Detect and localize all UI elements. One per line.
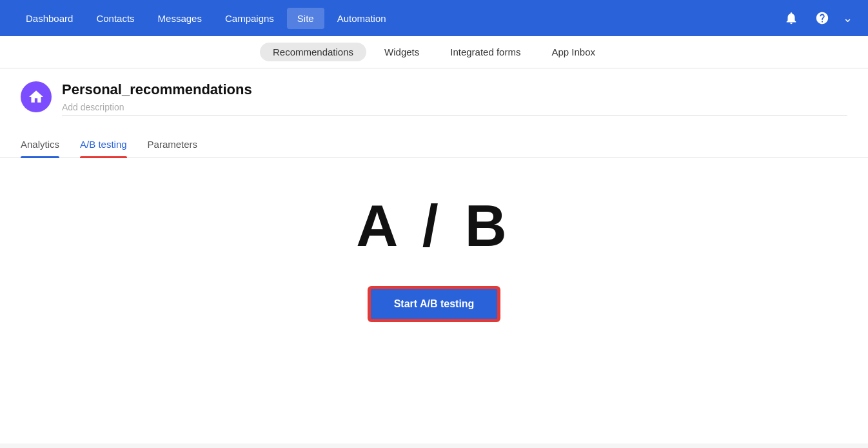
bell-icon	[784, 11, 798, 25]
nav-messages[interactable]: Messages	[148, 8, 212, 29]
sub-nav-recommendations[interactable]: Recommendations	[260, 43, 366, 61]
ab-logo: A / B	[356, 197, 512, 255]
bell-button[interactable]	[781, 8, 802, 28]
site-description[interactable]: Add description	[62, 102, 847, 116]
tab-ab-testing[interactable]: A/B testing	[80, 131, 127, 158]
tab-analytics[interactable]: Analytics	[21, 131, 59, 158]
tabs-bar: Analytics A/B testing Parameters	[0, 131, 868, 158]
top-nav: Dashboard Contacts Messages Campaigns Si…	[0, 0, 868, 36]
help-button[interactable]	[812, 8, 833, 28]
sub-nav-app-inbox[interactable]: App Inbox	[538, 43, 608, 61]
site-header: Personal_recommendations Add description	[0, 68, 868, 116]
nav-campaigns[interactable]: Campaigns	[215, 8, 284, 29]
home-icon	[28, 88, 44, 105]
help-icon	[815, 11, 829, 25]
nav-automation[interactable]: Automation	[327, 8, 397, 29]
sub-nav-widgets[interactable]: Widgets	[371, 43, 432, 61]
nav-site[interactable]: Site	[287, 8, 324, 29]
site-icon	[21, 81, 52, 112]
page-content: Personal_recommendations Add description…	[0, 68, 868, 443]
nav-icons: ⌄	[781, 8, 853, 28]
sub-nav: Recommendations Widgets Integrated forms…	[0, 36, 868, 68]
start-ab-testing-button[interactable]: Start A/B testing	[369, 287, 500, 321]
nav-dashboard[interactable]: Dashboard	[15, 8, 83, 29]
tab-parameters[interactable]: Parameters	[148, 131, 198, 158]
sub-nav-integrated-forms[interactable]: Integrated forms	[437, 43, 533, 61]
main-area: A / B Start A/B testing	[0, 158, 868, 347]
site-name: Personal_recommendations	[62, 81, 847, 98]
nav-chevron-icon[interactable]: ⌄	[843, 11, 853, 25]
nav-links: Dashboard Contacts Messages Campaigns Si…	[15, 8, 397, 29]
nav-contacts[interactable]: Contacts	[86, 8, 144, 29]
analytics-underline	[21, 156, 59, 158]
site-info: Personal_recommendations Add description	[62, 81, 847, 116]
